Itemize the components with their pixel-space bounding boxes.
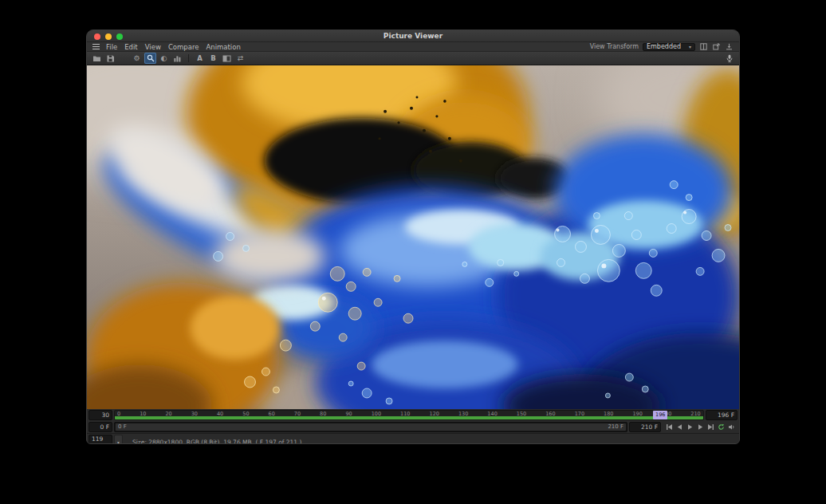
view-transform-dropdown[interactable]: Embedded ▾ bbox=[643, 43, 695, 51]
save-file-button[interactable] bbox=[104, 53, 116, 64]
compare-b-button[interactable]: B bbox=[207, 53, 219, 64]
ab-split-icon[interactable] bbox=[221, 53, 233, 64]
title-bar[interactable]: Picture Viewer bbox=[87, 30, 739, 42]
abstract-render bbox=[87, 65, 739, 409]
fps-field[interactable]: 30 bbox=[88, 410, 112, 420]
mic-icon[interactable] bbox=[723, 53, 735, 64]
menu-bar-right: View Transform Embedded ▾ bbox=[590, 42, 734, 51]
menu-items: FileEditViewCompareAnimation bbox=[106, 43, 241, 51]
playhead[interactable]: 196 bbox=[653, 411, 667, 419]
next-frame-button[interactable] bbox=[695, 422, 705, 432]
popout-window-icon[interactable] bbox=[712, 42, 721, 51]
histogram-button[interactable] bbox=[171, 53, 183, 64]
menu-item[interactable]: View bbox=[145, 43, 161, 51]
range-end-field[interactable]: 210 F bbox=[629, 422, 661, 432]
picture-viewer-window: Picture Viewer FileEditViewCompareAnimat… bbox=[86, 30, 740, 444]
goto-start-button[interactable] bbox=[664, 422, 674, 432]
minimize-button[interactable] bbox=[105, 33, 112, 40]
menu-item[interactable]: File bbox=[106, 43, 117, 51]
range-track bbox=[116, 423, 626, 431]
timeline-range-row: 0 F 0 F 210 F 210 F bbox=[87, 421, 739, 433]
sound-button[interactable] bbox=[726, 422, 736, 432]
toolbar-separator bbox=[188, 54, 189, 62]
panel-layout-icon[interactable] bbox=[699, 42, 708, 51]
desktop-background: Picture Viewer FileEditViewCompareAnimat… bbox=[0, 0, 826, 504]
range-end-label: 210 F bbox=[604, 423, 627, 430]
menu-bar: FileEditViewCompareAnimation View Transf… bbox=[87, 42, 739, 52]
timeline-ruler[interactable]: 0102030405060708090100110120130140150160… bbox=[114, 410, 704, 420]
view-transform-value: Embedded bbox=[647, 43, 681, 50]
zoom-tool-button[interactable] bbox=[144, 53, 156, 64]
view-transform-label: View Transform bbox=[590, 43, 639, 50]
range-start-field[interactable]: 0 F bbox=[88, 422, 112, 432]
loop-playback-button[interactable] bbox=[716, 422, 726, 432]
play-button[interactable] bbox=[685, 422, 694, 432]
toolbar: ⚙ ◐ A B ⇄ bbox=[87, 52, 739, 65]
hamburger-menu-icon[interactable] bbox=[92, 44, 100, 50]
export-image-icon[interactable] bbox=[725, 42, 734, 51]
goto-end-button[interactable] bbox=[706, 422, 715, 432]
menu-item[interactable]: Edit bbox=[124, 43, 137, 51]
ab-swap-icon[interactable]: ⇄ bbox=[234, 53, 246, 64]
cached-frames-bar bbox=[115, 416, 703, 419]
chevron-down-icon: ▾ bbox=[689, 44, 691, 49]
viewport-image[interactable] bbox=[87, 65, 739, 409]
transport-controls bbox=[663, 422, 738, 432]
menu-item[interactable]: Compare bbox=[168, 43, 199, 51]
compare-a-button[interactable]: A bbox=[194, 53, 206, 64]
window-title: Picture Viewer bbox=[384, 32, 442, 40]
close-button[interactable] bbox=[94, 33, 100, 40]
zoom-level-field[interactable]: 119 % bbox=[88, 435, 112, 444]
maximize-button[interactable] bbox=[116, 33, 123, 40]
contrast-icon[interactable]: ◐ bbox=[158, 53, 170, 64]
status-bar: 119 % ▾ Size: 2880x1800, RGB (8 Bit), 19… bbox=[87, 433, 739, 444]
open-file-button[interactable] bbox=[91, 53, 103, 64]
menu-item[interactable]: Animation bbox=[206, 43, 240, 51]
status-info-text: Size: 2880x1800, RGB (8 Bit), 19.76 MB, … bbox=[132, 439, 301, 444]
zoom-dropdown-button[interactable]: ▾ bbox=[114, 435, 123, 444]
traffic-lights bbox=[94, 33, 123, 40]
timeline-ruler-row: 30 0102030405060708090100110120130140150… bbox=[87, 409, 739, 421]
previous-frame-button[interactable] bbox=[675, 422, 684, 432]
range-start-label: 0 F bbox=[115, 423, 130, 430]
range-slider[interactable]: 0 F 210 F bbox=[114, 422, 627, 432]
settings-gear-icon[interactable]: ⚙ bbox=[131, 53, 143, 64]
preview-end-frame-field[interactable]: 196 F bbox=[706, 410, 738, 420]
